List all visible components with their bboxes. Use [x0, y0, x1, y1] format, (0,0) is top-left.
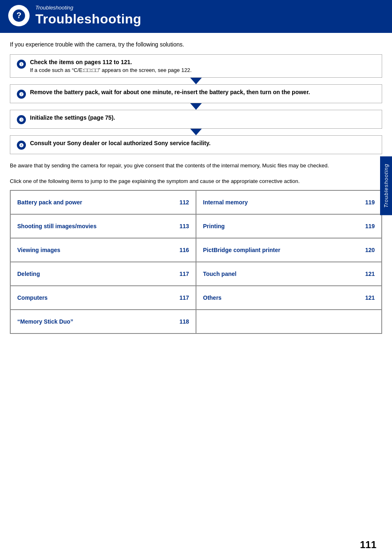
step-2-box: ❷ Remove the battery pack, wait for abou… — [10, 84, 382, 103]
toc-label-memory-stick: “Memory Stick Duo” — [17, 318, 73, 325]
step-4-box: ❹ Consult your Sony dealer or local auth… — [10, 135, 382, 154]
step-3-content: Initialize the settings (page 75). — [30, 114, 375, 121]
toc-label-deleting: Deleting — [17, 271, 40, 277]
toc-page-shooting: 113 — [180, 223, 189, 229]
step-4-content: Consult your Sony dealer or local author… — [30, 140, 375, 146]
page-header: ? Troubleshooting Troubleshooting — [0, 0, 392, 33]
toc-page-internal-memory: 119 — [365, 199, 375, 206]
svg-text:?: ? — [16, 11, 21, 20]
toc-cell-pictbridge[interactable]: PictBridge compliant printer 120 — [196, 238, 382, 262]
note-text: Be aware that by sending the camera for … — [10, 162, 382, 170]
step-1-title: Check the items on pages 112 to 121. — [30, 59, 375, 65]
step-4-title: Consult your Sony dealer or local author… — [30, 140, 375, 146]
toc-label-others: Others — [203, 294, 221, 301]
step-3-title: Initialize the settings (page 75). — [30, 114, 375, 121]
toc-cell-battery[interactable]: Battery pack and power 112 — [10, 190, 196, 214]
step-1-content: Check the items on pages 112 to 121. If … — [30, 59, 375, 73]
toc-cell-touch-panel[interactable]: Touch panel 121 — [196, 262, 382, 286]
step-1-box: ❶ Check the items on pages 112 to 121. I… — [10, 54, 382, 78]
toc-cell-empty — [196, 310, 382, 333]
header-text-group: Troubleshooting Troubleshooting — [35, 5, 141, 27]
toc-cell-shooting[interactable]: Shooting still images/movies 113 — [10, 214, 196, 238]
step-1-desc: If a code such as “C/E:□□:□□” appears on… — [30, 67, 375, 73]
toc-label-printing: Printing — [203, 223, 225, 229]
toc-page-printing: 119 — [365, 223, 375, 229]
step-1-number: ❶ — [17, 60, 26, 69]
header-subtitle: Troubleshooting — [35, 5, 141, 11]
toc-label-touch-panel: Touch panel — [203, 271, 236, 277]
click-text: Click one of the following items to jump… — [10, 177, 382, 185]
toc-cell-viewing[interactable]: Viewing images 116 — [10, 238, 196, 262]
toc-label-computers: Computers — [17, 294, 48, 301]
toc-page-pictbridge: 120 — [365, 247, 375, 253]
toc-page-viewing: 116 — [180, 247, 189, 253]
toc-cell-others[interactable]: Others 121 — [196, 286, 382, 310]
arrow-2 — [10, 103, 382, 110]
step-4-number: ❹ — [17, 141, 26, 150]
toc-cell-printing[interactable]: Printing 119 — [196, 214, 382, 238]
toc-label-battery: Battery pack and power — [17, 199, 82, 206]
step-3-number: ❸ — [17, 115, 26, 124]
toc-label-pictbridge: PictBridge compliant printer — [203, 247, 280, 253]
toc-grid: Battery pack and power 112 Internal memo… — [10, 190, 382, 334]
toc-cell-internal-memory[interactable]: Internal memory 119 — [196, 190, 382, 214]
toc-page-others: 121 — [365, 294, 375, 301]
page-number: 111 — [360, 539, 376, 551]
step-2-number: ❷ — [17, 90, 26, 99]
toc-page-memory-stick: 118 — [180, 318, 189, 325]
toc-cell-computers[interactable]: Computers 117 — [10, 286, 196, 310]
step-3-box: ❸ Initialize the settings (page 75). — [10, 110, 382, 129]
main-content: If you experience trouble with the camer… — [0, 33, 392, 342]
header-title: Troubleshooting — [35, 12, 141, 27]
toc-label-viewing: Viewing images — [17, 247, 60, 253]
intro-text: If you experience trouble with the camer… — [10, 41, 382, 48]
toc-label-internal-memory: Internal memory — [203, 199, 248, 206]
step-2-title: Remove the battery pack, wait for about … — [30, 89, 375, 95]
header-icon: ? — [8, 5, 30, 26]
sidebar-tab-label: Troubleshooting — [383, 164, 389, 208]
toc-page-computers: 117 — [180, 294, 189, 301]
toc-cell-memory-stick[interactable]: “Memory Stick Duo” 118 — [10, 310, 196, 333]
toc-cell-deleting[interactable]: Deleting 117 — [10, 262, 196, 286]
arrow-3 — [10, 129, 382, 135]
toc-label-shooting: Shooting still images/movies — [17, 223, 97, 229]
toc-page-deleting: 117 — [180, 271, 189, 277]
sidebar-tab: Troubleshooting — [380, 156, 392, 215]
arrow-1 — [10, 78, 382, 84]
step-2-content: Remove the battery pack, wait for about … — [30, 89, 375, 95]
toc-page-touch-panel: 121 — [365, 271, 375, 277]
toc-page-battery: 112 — [180, 199, 189, 206]
